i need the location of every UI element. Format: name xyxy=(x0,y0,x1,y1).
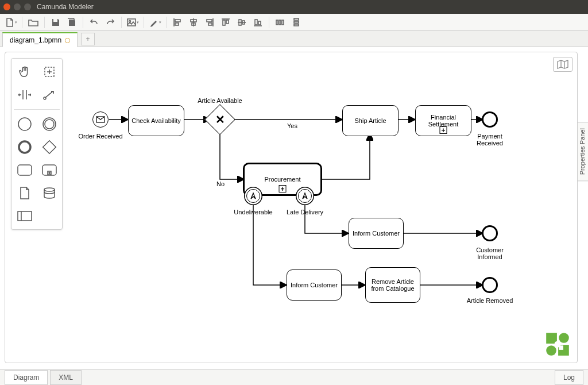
align-center-h-button[interactable] xyxy=(186,16,201,29)
save-all-button[interactable] xyxy=(64,16,79,29)
end-payment-label: Payment Received xyxy=(471,133,508,147)
x-icon: ✕ xyxy=(215,113,225,126)
window-close-button[interactable] xyxy=(3,3,10,10)
footer-tabbar: Diagram XML Log xyxy=(0,369,588,385)
svg-rect-12 xyxy=(223,20,225,25)
main-toolbar: ▾ ▾ ▾ xyxy=(0,14,588,31)
palette-data-store[interactable] xyxy=(39,184,60,202)
svg-rect-3 xyxy=(175,20,180,22)
end-event-article-removed[interactable] xyxy=(482,277,498,293)
window-minimize-button[interactable] xyxy=(14,3,21,10)
distribute-vertical-button[interactable] xyxy=(289,16,304,29)
svg-rect-0 xyxy=(127,19,136,26)
svg-point-55 xyxy=(559,333,569,343)
palette-task[interactable] xyxy=(14,161,35,179)
svg-point-32 xyxy=(18,118,31,130)
start-event-label: Order Received xyxy=(77,133,124,140)
start-event-order-received[interactable] xyxy=(92,111,109,128)
undo-button[interactable] xyxy=(87,16,102,29)
palette-space-tool[interactable] xyxy=(14,86,35,103)
palette-start-event[interactable] xyxy=(14,116,35,133)
task-inform-customer-undeliverable[interactable]: Inform Customer xyxy=(287,270,342,301)
distribute-horizontal-button[interactable] xyxy=(273,16,288,29)
subprocess-marker-icon: + xyxy=(440,126,447,134)
boundary-late-label: Late Delivery xyxy=(283,209,327,215)
end-event-customer-informed[interactable] xyxy=(482,225,498,241)
svg-rect-21 xyxy=(279,20,281,25)
gateway-label: Article Available xyxy=(195,97,245,104)
end-event-payment-received[interactable] xyxy=(482,111,498,128)
palette-subprocess[interactable] xyxy=(39,161,60,179)
boundary-event-undeliverable[interactable] xyxy=(246,189,260,203)
add-tab-button[interactable]: + xyxy=(81,33,95,45)
svg-rect-19 xyxy=(258,21,261,25)
diagram-canvas[interactable]: Order Received Check Availability Articl… xyxy=(5,52,578,363)
task-inform-customer-late[interactable]: Inform Customer xyxy=(349,218,404,249)
align-bottom-button[interactable] xyxy=(250,16,265,29)
exclusive-gateway-article-available[interactable]: ✕ xyxy=(204,104,235,135)
file-tab-active[interactable]: diagram_1.bpmn xyxy=(2,32,78,47)
svg-rect-37 xyxy=(18,165,32,175)
svg-rect-22 xyxy=(282,20,284,25)
task-check-availability[interactable]: Check Availability xyxy=(128,105,184,136)
svg-rect-23 xyxy=(294,18,299,20)
unsaved-indicator-icon xyxy=(65,38,70,43)
svg-point-34 xyxy=(45,120,54,129)
export-image-button[interactable]: ▾ xyxy=(125,16,140,29)
palette-gateway[interactable] xyxy=(39,138,60,156)
log-toggle[interactable]: Log xyxy=(555,370,583,385)
open-file-button[interactable] xyxy=(26,16,41,29)
task-ship-article[interactable]: Ship Article xyxy=(342,105,399,136)
view-tab-xml[interactable]: XML xyxy=(50,370,82,385)
save-button[interactable] xyxy=(48,16,63,29)
subprocess-marker-icon: + xyxy=(279,185,287,192)
view-tab-diagram[interactable]: Diagram xyxy=(5,370,48,385)
flow-yes-label: Yes xyxy=(281,122,304,129)
redo-button[interactable] xyxy=(103,16,118,29)
svg-rect-4 xyxy=(175,23,179,25)
svg-point-42 xyxy=(44,188,55,191)
align-left-button[interactable] xyxy=(170,16,185,29)
svg-rect-18 xyxy=(255,20,257,25)
flow-no-label: No xyxy=(212,180,229,187)
envelope-icon xyxy=(96,116,105,123)
align-middle-button[interactable] xyxy=(234,16,249,29)
properties-panel-toggle[interactable]: Properties Panel xyxy=(576,122,588,181)
file-tab-label: diagram_1.bpmn xyxy=(10,36,61,44)
sequence-flows xyxy=(5,52,577,363)
svg-rect-10 xyxy=(208,23,212,25)
new-file-button[interactable]: ▾ xyxy=(3,16,18,29)
escalation-icon xyxy=(249,192,257,200)
task-remove-article[interactable]: Remove Article from Catalogue xyxy=(365,267,420,303)
boundary-undeliverable-label: Undeliverable xyxy=(231,209,276,215)
palette-connect-tool[interactable] xyxy=(39,86,60,103)
svg-rect-58 xyxy=(559,345,563,350)
palette-data-object[interactable] xyxy=(14,184,35,202)
svg-rect-13 xyxy=(226,20,229,24)
svg-point-35 xyxy=(19,141,30,153)
color-picker-button[interactable]: ▾ xyxy=(148,16,163,29)
svg-rect-20 xyxy=(276,20,278,25)
palette-hand-tool[interactable] xyxy=(14,63,35,80)
svg-rect-9 xyxy=(207,20,212,22)
end-informed-label: Customer Informed xyxy=(471,247,508,260)
palette-lasso-tool[interactable] xyxy=(39,63,60,80)
svg-rect-43 xyxy=(18,211,32,221)
file-tabbar: diagram_1.bpmn + xyxy=(0,31,588,47)
window-titlebar: Camunda Modeler xyxy=(0,0,588,14)
subprocess-financial-settlement[interactable]: Financial Settlement + xyxy=(415,105,471,136)
align-top-button[interactable] xyxy=(218,16,233,29)
palette-participant[interactable] xyxy=(14,207,35,225)
align-right-button[interactable] xyxy=(202,16,217,29)
boundary-event-late-delivery[interactable] xyxy=(298,189,312,203)
svg-point-31 xyxy=(44,97,46,99)
window-maximize-button[interactable] xyxy=(24,3,31,10)
svg-rect-24 xyxy=(294,21,299,23)
minimap-toggle[interactable] xyxy=(553,57,572,72)
window-title: Camunda Modeler xyxy=(37,3,94,11)
end-removed-label: Article Removed xyxy=(465,297,515,304)
palette-end-event[interactable] xyxy=(14,138,35,156)
element-palette xyxy=(11,58,63,230)
palette-intermediate-event[interactable] xyxy=(39,116,60,133)
svg-rect-54 xyxy=(546,333,557,344)
